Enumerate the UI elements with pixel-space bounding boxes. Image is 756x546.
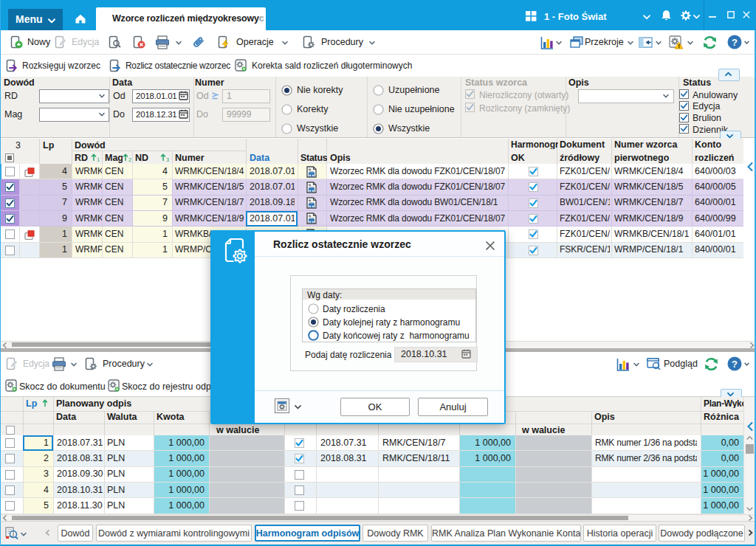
svg-text:1: 1	[97, 157, 100, 162]
svg-text:3: 3	[166, 157, 169, 162]
svg-text:?: ?	[732, 359, 738, 370]
svg-text:?: ?	[732, 37, 738, 48]
svg-text:2: 2	[128, 157, 131, 162]
